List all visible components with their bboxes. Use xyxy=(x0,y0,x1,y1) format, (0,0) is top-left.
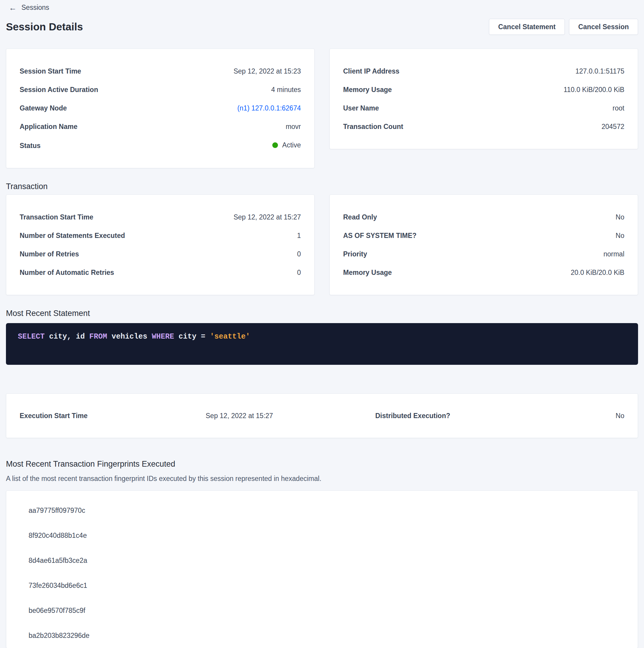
gateway-node-row: Gateway Node (n1) 127.0.0.1:62674 xyxy=(20,99,301,117)
gateway-node-link[interactable]: (n1) 127.0.0.1:62674 xyxy=(237,104,301,112)
distributed-execution-value: No xyxy=(450,412,624,420)
fingerprint-list-item: be06e9570f785c9f xyxy=(20,598,624,623)
priority-row: Priority normal xyxy=(343,245,624,263)
client-info-card: Client IP Address 127.0.0.1:51175 Memory… xyxy=(330,49,638,149)
row-label: Transaction Count xyxy=(343,122,403,131)
row-label: Memory Usage xyxy=(343,86,392,94)
row-value: 110.0 KiB/200.0 KiB xyxy=(564,86,624,94)
back-to-sessions-link[interactable]: ← Sessions xyxy=(9,4,49,12)
row-label: Read Only xyxy=(343,213,377,221)
sql-keyword: SELECT xyxy=(18,332,45,341)
sql-statement-box: SELECT city, id FROM vehicles WHERE city… xyxy=(6,323,638,365)
row-value: 0 xyxy=(297,268,301,277)
fingerprint-list-item: 8f920c40d88b1c4e xyxy=(20,523,624,548)
row-label: Priority xyxy=(343,250,367,258)
row-label: Status xyxy=(20,142,41,150)
fingerprints-description: A list of the most recent transaction fi… xyxy=(6,474,638,483)
fingerprint-list-item: 73fe26034bd6e6c1 xyxy=(20,573,624,598)
most-recent-statement-title: Most Recent Statement xyxy=(6,308,638,318)
session-info-card: Session Start Time Sep 12, 2022 at 15:23… xyxy=(6,49,314,168)
status-text: Active xyxy=(282,141,301,149)
row-label: Session Active Duration xyxy=(20,86,98,94)
execution-start-time-label: Execution Start Time xyxy=(20,412,206,420)
retries-row: Number of Retries 0 xyxy=(20,245,301,263)
transaction-start-time-row: Transaction Start Time Sep 12, 2022 at 1… xyxy=(20,208,301,226)
row-value: 204572 xyxy=(601,122,624,131)
execution-start-time-value: Sep 12, 2022 at 15:27 xyxy=(206,412,375,420)
row-value: 1 xyxy=(297,231,301,240)
statements-executed-row: Number of Statements Executed 1 xyxy=(20,226,301,245)
back-link-label: Sessions xyxy=(21,4,49,12)
transaction-memory-usage-row: Memory Usage 20.0 KiB/20.0 KiB xyxy=(343,263,624,282)
row-value: No xyxy=(616,213,624,221)
execution-card: Execution Start Time Sep 12, 2022 at 15:… xyxy=(6,393,638,438)
as-of-system-time-row: AS OF SYSTEM TIME? No xyxy=(343,226,624,245)
status-badge: Active xyxy=(272,141,301,149)
sql-identifier: city = xyxy=(174,332,210,341)
row-value: 0 xyxy=(297,250,301,258)
session-summary-section: Session Start Time Sep 12, 2022 at 15:23… xyxy=(6,49,638,168)
sql-keyword: WHERE xyxy=(152,332,174,341)
row-label: Number of Automatic Retries xyxy=(20,268,114,277)
session-start-time-row: Session Start Time Sep 12, 2022 at 15:23 xyxy=(20,62,301,80)
back-arrow-icon: ← xyxy=(9,4,17,12)
row-value: No xyxy=(616,231,624,240)
status-row: Status Active xyxy=(20,136,301,155)
user-name-row: User Name root xyxy=(343,99,624,117)
read-only-row: Read Only No xyxy=(343,208,624,226)
fingerprint-list-item: ba2b203b823296de xyxy=(20,623,624,648)
distributed-execution-label: Distributed Execution? xyxy=(375,412,450,420)
row-value: 4 minutes xyxy=(271,86,301,94)
sql-statement: SELECT city, id FROM vehicles WHERE city… xyxy=(18,332,250,341)
fingerprint-list-item: 8d4ae61a5fb3ce2a xyxy=(20,548,624,573)
fingerprint-list-item: aa79775ff097970c xyxy=(20,498,624,523)
row-label: Memory Usage xyxy=(343,268,392,277)
cancel-statement-button[interactable]: Cancel Statement xyxy=(489,19,565,35)
row-value: normal xyxy=(603,250,624,258)
row-label: AS OF SYSTEM TIME? xyxy=(343,231,417,240)
row-value: movr xyxy=(286,122,301,131)
status-active-dot-icon xyxy=(272,142,278,148)
row-label: Number of Retries xyxy=(20,250,79,258)
transaction-right-card: Read Only No AS OF SYSTEM TIME? No Prior… xyxy=(330,195,638,295)
row-value: 20.0 KiB/20.0 KiB xyxy=(571,268,624,277)
client-ip-row: Client IP Address 127.0.0.1:51175 xyxy=(343,62,624,80)
cancel-session-button[interactable]: Cancel Session xyxy=(569,19,638,35)
page-header: Session Details Cancel Statement Cancel … xyxy=(6,19,638,35)
row-label: Application Name xyxy=(20,122,77,131)
header-actions: Cancel Statement Cancel Session xyxy=(489,19,638,35)
row-value: Sep 12, 2022 at 15:27 xyxy=(234,213,301,221)
memory-usage-row: Memory Usage 110.0 KiB/200.0 KiB xyxy=(343,80,624,99)
row-label: Session Start Time xyxy=(20,67,81,75)
transaction-section-title: Transaction xyxy=(6,181,638,192)
sql-keyword: FROM xyxy=(89,332,107,341)
row-label: User Name xyxy=(343,104,379,112)
row-value: 127.0.0.1:51175 xyxy=(575,67,624,75)
session-active-duration-row: Session Active Duration 4 minutes xyxy=(20,80,301,99)
row-label: Number of Statements Executed xyxy=(20,231,125,240)
sql-identifier: city, id xyxy=(45,332,89,341)
automatic-retries-row: Number of Automatic Retries 0 xyxy=(20,263,301,282)
row-label: Gateway Node xyxy=(20,104,67,112)
application-name-row: Application Name movr xyxy=(20,117,301,136)
page-title: Session Details xyxy=(6,20,83,33)
sql-identifier: vehicles xyxy=(107,332,152,341)
row-value: root xyxy=(612,104,624,112)
fingerprints-section-title: Most Recent Transaction Fingerprints Exe… xyxy=(6,459,638,469)
fingerprints-card: aa79775ff097970c 8f920c40d88b1c4e 8d4ae6… xyxy=(6,490,638,648)
transaction-left-card: Transaction Start Time Sep 12, 2022 at 1… xyxy=(6,195,314,295)
row-value: Sep 12, 2022 at 15:23 xyxy=(234,67,301,75)
row-label: Transaction Start Time xyxy=(20,213,94,221)
top-navigation: ← Sessions xyxy=(0,0,644,12)
transaction-count-row: Transaction Count 204572 xyxy=(343,117,624,136)
sql-string-literal: 'seattle' xyxy=(210,332,250,341)
row-label: Client IP Address xyxy=(343,67,399,75)
transaction-section: Transaction Start Time Sep 12, 2022 at 1… xyxy=(6,195,638,295)
